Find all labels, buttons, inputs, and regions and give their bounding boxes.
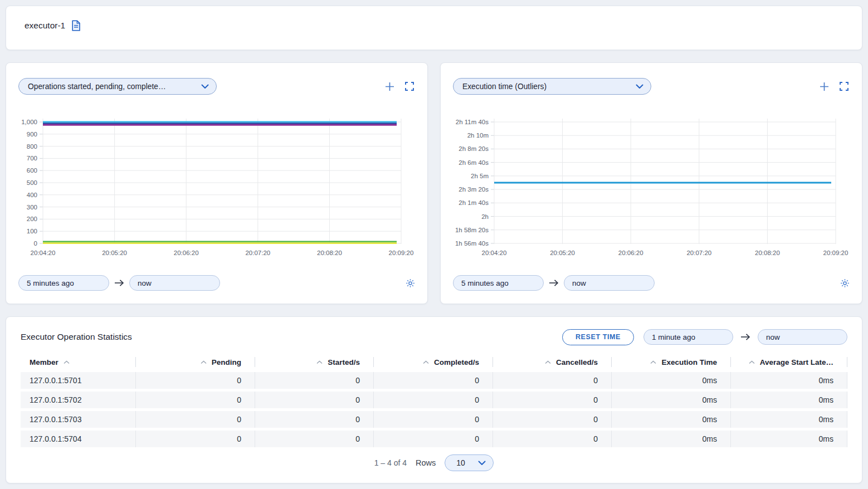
rows-per-page-select[interactable]: 10	[445, 454, 494, 471]
arrow-right-icon	[114, 279, 124, 287]
pagination-range: 1 – 4 of 4	[374, 458, 407, 467]
svg-text:1,000: 1,000	[21, 119, 37, 125]
member-cell: 127.0.0.1:5704	[21, 431, 136, 447]
value-cell: 0	[255, 411, 374, 428]
svg-text:500: 500	[27, 179, 37, 186]
column-header-execution-time[interactable]: Execution Time	[612, 357, 731, 367]
svg-text:800: 800	[27, 143, 37, 150]
fullscreen-icon[interactable]	[840, 82, 849, 91]
add-chart-icon[interactable]	[385, 82, 394, 91]
column-header-pending[interactable]: Pending	[136, 357, 255, 367]
table-body: 127.0.0.1:570100000ms0ms127.0.0.1:570200…	[21, 372, 847, 447]
value-cell: 0	[374, 392, 493, 408]
time-to-input[interactable]	[129, 275, 220, 291]
sort-caret-icon	[316, 360, 323, 364]
gear-icon[interactable]	[406, 278, 415, 288]
time-to-input[interactable]	[564, 275, 655, 291]
metric-selector-execution-time[interactable]: Execution time (Outliers)	[453, 78, 651, 95]
arrow-right-icon	[740, 333, 750, 341]
svg-text:20:08:20: 20:08:20	[317, 250, 342, 256]
value-cell: 0	[255, 392, 374, 408]
svg-text:1h 58m 20s: 1h 58m 20s	[455, 227, 489, 233]
column-header-completed-s[interactable]: Completed/s	[374, 357, 493, 367]
column-label: Cancelled/s	[556, 358, 598, 366]
column-header-started-s[interactable]: Started/s	[255, 357, 374, 367]
value-cell: 0ms	[612, 392, 731, 408]
chevron-down-icon	[478, 458, 486, 467]
rows-per-page-label: Rows	[416, 458, 436, 467]
svg-text:20:09:20: 20:09:20	[389, 250, 414, 256]
svg-text:700: 700	[27, 155, 37, 162]
column-label: Execution Time	[661, 358, 717, 366]
time-from-input[interactable]	[453, 275, 544, 291]
value-cell: 0ms	[731, 392, 847, 408]
gear-icon[interactable]	[840, 278, 850, 288]
table-row[interactable]: 127.0.0.1:570300000ms0ms	[21, 411, 847, 428]
svg-text:20:08:20: 20:08:20	[755, 250, 780, 256]
metric-selector-label: Operations started, pending, complete…	[28, 82, 166, 91]
value-cell: 0ms	[731, 431, 847, 447]
svg-text:2h 5m: 2h 5m	[471, 173, 489, 179]
value-cell: 0	[493, 411, 612, 428]
document-icon[interactable]	[71, 20, 81, 31]
value-cell: 0	[255, 372, 374, 389]
time-from-input[interactable]	[18, 275, 109, 291]
value-cell: 0ms	[612, 411, 731, 428]
table-row[interactable]: 127.0.0.1:570400000ms0ms	[21, 431, 847, 447]
arrow-right-icon	[549, 279, 559, 287]
reset-time-button[interactable]: RESET TIME	[562, 329, 634, 345]
column-label: Started/s	[328, 358, 360, 366]
sort-caret-icon	[749, 360, 755, 364]
svg-text:20:05:20: 20:05:20	[550, 250, 575, 256]
column-header-cancelled-s[interactable]: Cancelled/s	[493, 357, 612, 367]
svg-text:400: 400	[27, 192, 37, 198]
column-label: Completed/s	[434, 358, 479, 366]
value-cell: 0	[493, 372, 612, 389]
sort-caret-icon	[545, 360, 551, 364]
value-cell: 0	[136, 372, 255, 389]
value-cell: 0	[136, 392, 255, 408]
value-cell: 0ms	[612, 372, 731, 389]
column-header-member[interactable]: Member	[21, 357, 136, 367]
table-row[interactable]: 127.0.0.1:570200000ms0ms	[21, 392, 847, 408]
table-header-row: MemberPendingStarted/sCompleted/sCancell…	[21, 355, 847, 369]
value-cell: 0	[374, 372, 493, 389]
metric-selector-operations[interactable]: Operations started, pending, complete…	[18, 78, 217, 95]
chevron-down-icon	[636, 82, 643, 91]
member-cell: 127.0.0.1:5703	[21, 411, 136, 428]
svg-text:200: 200	[27, 216, 37, 222]
svg-text:20:07:20: 20:07:20	[245, 250, 270, 256]
svg-text:1h 56m 40s: 1h 56m 40s	[455, 240, 489, 247]
value-cell: 0	[493, 392, 612, 408]
value-cell: 0	[374, 411, 493, 428]
svg-text:2h 10m: 2h 10m	[467, 132, 489, 139]
column-header-average-start-late[interactable]: Average Start Late…	[731, 357, 847, 367]
value-cell: 0	[374, 431, 493, 447]
page-title: executor-1	[25, 21, 65, 31]
executor-statistics-panel: Executor Operation Statistics RESET TIME…	[6, 316, 862, 483]
value-cell: 0	[136, 431, 255, 447]
sort-caret-icon	[650, 360, 656, 364]
operations-chart-panel: Operations started, pending, complete… 0…	[6, 62, 428, 304]
table-time-from-input[interactable]	[643, 329, 733, 345]
svg-text:2h 8m 20s: 2h 8m 20s	[459, 145, 489, 152]
svg-text:2h 3m 20s: 2h 3m 20s	[459, 186, 489, 193]
value-cell: 0ms	[612, 431, 731, 447]
fullscreen-icon[interactable]	[405, 82, 414, 91]
svg-text:20:07:20: 20:07:20	[686, 250, 711, 256]
svg-text:20:04:20: 20:04:20	[31, 250, 56, 256]
add-chart-icon[interactable]	[820, 82, 829, 91]
value-cell: 0ms	[731, 411, 847, 428]
column-label: Pending	[212, 358, 241, 366]
executor-title-card: executor-1	[6, 6, 862, 50]
svg-text:2h 6m 40s: 2h 6m 40s	[459, 159, 489, 166]
column-label: Member	[30, 358, 58, 366]
table-row[interactable]: 127.0.0.1:570100000ms0ms	[21, 372, 847, 389]
svg-text:600: 600	[27, 167, 37, 174]
svg-text:20:04:20: 20:04:20	[482, 250, 507, 256]
table-time-to-input[interactable]	[758, 329, 847, 345]
svg-text:0: 0	[34, 240, 37, 247]
chevron-down-icon	[201, 82, 209, 91]
value-cell: 0	[136, 411, 255, 428]
execution-time-chart-area: 1h 56m 40s1h 58m 20s2h2h 1m 40s2h 3m 20s…	[453, 115, 851, 261]
